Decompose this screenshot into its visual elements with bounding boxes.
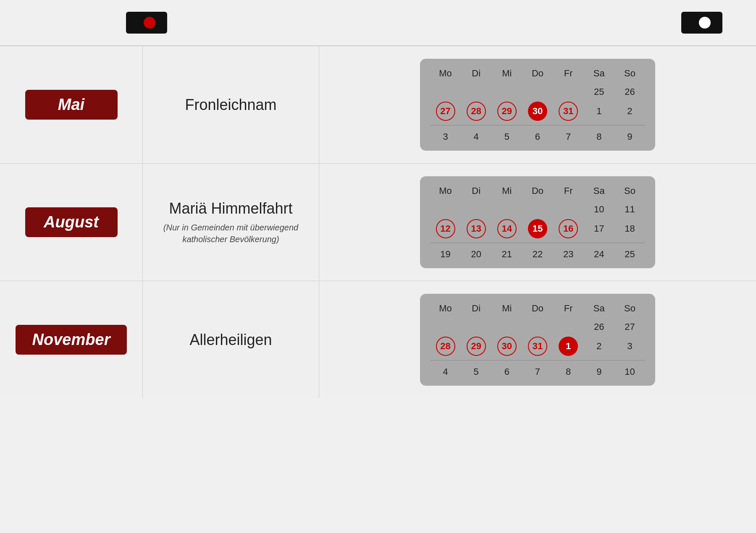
calendar-cell: 22 — [522, 246, 553, 262]
calendar-cell — [461, 319, 491, 335]
calendar-day-header: Do — [522, 66, 553, 81]
calendar-cell: 27 — [436, 102, 455, 121]
event-column: Allerheiligen — [143, 281, 319, 398]
calendar-cell: 25 — [584, 84, 614, 100]
calendar-header-row: MoDiMiDoFrSaSo — [430, 184, 645, 198]
calendar-header-row: MoDiMiDoFrSaSo — [430, 301, 645, 316]
event-name: Fronleichnam — [185, 96, 276, 114]
calendar-day-header: Sa — [584, 184, 614, 198]
calendar-day-header: Fr — [553, 66, 584, 81]
calendar-body: 10111213141516171819202122232425 — [430, 201, 645, 262]
calendar-cell: 31 — [528, 337, 547, 356]
calendar-cell: 6 — [522, 129, 553, 145]
calendar-cell — [522, 201, 553, 217]
calendar-cell: 1 — [584, 102, 614, 121]
calendar-cell: 24 — [584, 246, 614, 262]
calendar-cell: 5 — [461, 364, 491, 380]
calendar-row: 2627 — [430, 319, 645, 335]
calendar-cell: 2 — [614, 102, 645, 121]
calendar-cell — [553, 319, 584, 335]
calendar-cell — [522, 84, 553, 100]
calendar-cell: 2 — [584, 337, 614, 356]
calendar-row: 1011 — [430, 201, 645, 217]
calendar-day-header: So — [614, 184, 645, 198]
month-badge: November — [16, 325, 127, 355]
calendar-row: 19202122232425 — [430, 246, 645, 262]
month-column: August — [0, 164, 143, 281]
calendar-day-header: Mo — [430, 301, 461, 316]
calendar-cell: 14 — [497, 219, 517, 238]
calendar-cell: 17 — [584, 219, 614, 238]
month-column: November — [0, 281, 143, 398]
calendar-day-header: Di — [461, 184, 491, 198]
rows-container: MaiFronleichnamMoDiMiDoFrSaSo25262728293… — [0, 46, 756, 398]
calendar-cell: 7 — [553, 129, 584, 145]
month-badge: August — [25, 207, 118, 237]
calendar-cell: 26 — [584, 319, 614, 335]
calendar-cell: 12 — [436, 219, 455, 238]
calendar-cell: 11 — [614, 201, 645, 217]
calendar-day-header: Fr — [553, 184, 584, 198]
calendar-cell: 28 — [467, 102, 486, 121]
feiertage-dot-icon — [144, 17, 155, 29]
calendar-separator — [430, 360, 645, 361]
calendar-cell — [430, 201, 461, 217]
calendar-cell: 26 — [614, 84, 645, 100]
calendar-cell — [522, 319, 553, 335]
event-column: Mariä Himmelfahrt(Nur in Gemeinden mit ü… — [143, 164, 319, 281]
calendar-column: MoDiMiDoFrSaSo25262728293031123456789 — [319, 46, 756, 163]
calendar-cell: 4 — [430, 364, 461, 380]
calendar-cell: 29 — [467, 337, 486, 356]
calendar-column: MoDiMiDoFrSaSo10111213141516171819202122… — [319, 164, 756, 281]
calendar-cell: 16 — [559, 219, 578, 238]
calendar-day-header: Fr — [553, 301, 584, 316]
calendar-row: 2526 — [430, 84, 645, 100]
calendar-cell: 9 — [614, 129, 645, 145]
calendar-cell: 15 — [528, 219, 547, 238]
calendar-separator — [430, 243, 645, 243]
calendar-cell — [461, 84, 491, 100]
calendar-cell: 19 — [430, 246, 461, 262]
calendar-cell — [553, 84, 584, 100]
calendar-day-header: Do — [522, 184, 553, 198]
calendar-cell: 28 — [436, 337, 455, 356]
calendar-day-header: Di — [461, 66, 491, 81]
calendar-header-row: MoDiMiDoFrSaSo — [430, 66, 645, 81]
calendar-row: 45678910 — [430, 364, 645, 380]
calendar-cell: 9 — [584, 364, 614, 380]
month-badge: Mai — [25, 90, 118, 120]
calendar-cell: 10 — [614, 364, 645, 380]
urlaubstage-badge — [681, 12, 722, 34]
calendar-day-header: Sa — [584, 301, 614, 316]
calendar-cell: 13 — [467, 219, 486, 238]
calendar-day-header: So — [614, 66, 645, 81]
calendar-cell: 25 — [614, 246, 645, 262]
calendar-cell: 30 — [497, 337, 517, 356]
calendar-day-header: Mo — [430, 66, 461, 81]
calendar-cell: 5 — [491, 129, 522, 145]
month-column: Mai — [0, 46, 143, 163]
feiertage-badge — [126, 12, 167, 34]
calendar-body: 25262728293031123456789 — [430, 84, 645, 145]
calendar-cell — [430, 319, 461, 335]
calendar-separator — [430, 125, 645, 125]
holiday-row: AugustMariä Himmelfahrt(Nur in Gemeinden… — [0, 164, 756, 281]
calendar-cell: 4 — [461, 129, 491, 145]
calendar-cell: 20 — [461, 246, 491, 262]
calendar-day-header: Sa — [584, 66, 614, 81]
calendar-row: 272829303112 — [430, 102, 645, 121]
calendar-cell: 8 — [584, 129, 614, 145]
calendar-cell: 29 — [497, 102, 517, 121]
calendar-day-header: Mi — [491, 184, 522, 198]
holiday-row: NovemberAllerheiligenMoDiMiDoFrSaSo26272… — [0, 281, 756, 398]
calendar-day-header: Mo — [430, 184, 461, 198]
calendar-widget: MoDiMiDoFrSaSo25262728293031123456789 — [420, 59, 655, 151]
calendar-cell — [430, 84, 461, 100]
calendar-body: 26272829303112345678910 — [430, 319, 645, 380]
calendar-cell — [491, 201, 522, 217]
event-note: (Nur in Gemeinden mit überwiegend kathol… — [155, 222, 306, 245]
calendar-day-header: So — [614, 301, 645, 316]
calendar-cell — [461, 201, 491, 217]
calendar-widget: MoDiMiDoFrSaSo10111213141516171819202122… — [420, 176, 655, 268]
calendar-cell: 18 — [614, 219, 645, 238]
